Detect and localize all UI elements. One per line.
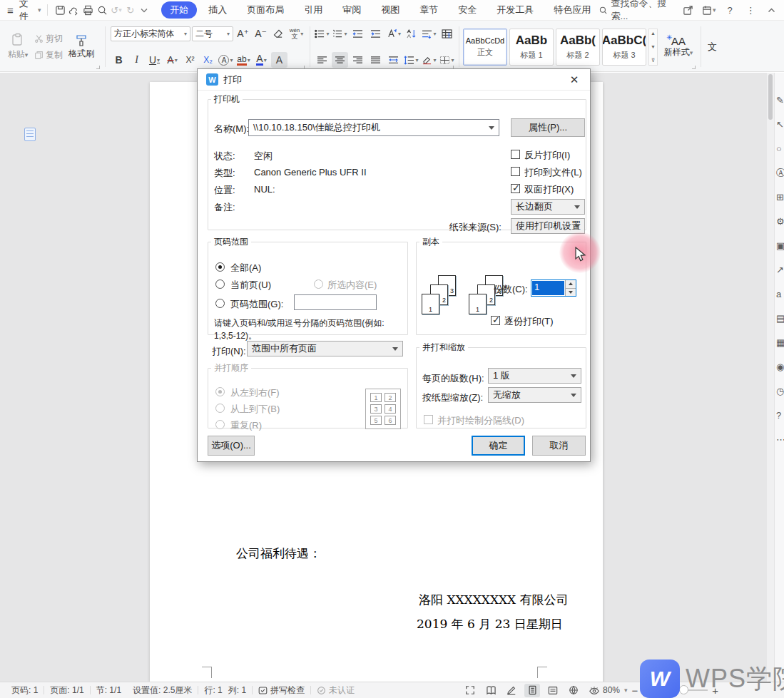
range-pages-radio[interactable] [215, 299, 225, 308]
options-button[interactable]: 选项(O)... [208, 436, 255, 456]
zoom-value[interactable]: 80% [603, 685, 620, 695]
collapse-ribbon-icon[interactable] [765, 3, 778, 17]
dialog-title-bar[interactable]: W 打印 ✕ [198, 69, 590, 91]
outline-view-icon[interactable] [545, 684, 561, 697]
export-icon[interactable]: ↗ [776, 265, 784, 274]
tab-page-layout[interactable]: 页面布局 [238, 1, 292, 19]
spellcheck-button[interactable]: 拼写检查 [253, 684, 310, 697]
pinyin-guide-button[interactable]: wén文▾ [288, 26, 305, 41]
bullet-list-button[interactable]: ▾ [314, 26, 330, 41]
more-commands-icon[interactable] [138, 3, 152, 17]
range-selection-radio[interactable] [314, 279, 323, 289]
paper-source-select[interactable]: 使用打印机设置 [511, 218, 585, 234]
close-icon[interactable]: ✕ [567, 73, 581, 86]
sort-button[interactable] [403, 26, 419, 41]
history-icon[interactable]: ◷ [776, 386, 784, 396]
range-current-radio[interactable] [215, 279, 225, 289]
copies-input[interactable]: 1 [531, 279, 576, 297]
tab-developer[interactable]: 开发工具 [488, 1, 542, 19]
bold-button[interactable]: B [111, 52, 127, 68]
dialog-launcher[interactable] [96, 66, 100, 69]
highlight-button[interactable]: ab▾ [235, 52, 252, 68]
font-size-select[interactable]: 二号▾ [192, 26, 233, 41]
shape-icon[interactable]: ○ [776, 144, 782, 153]
doc-company-line[interactable]: 洛阳 XXXXXXXX 有限公司 [419, 592, 569, 608]
order-repeat-radio[interactable] [215, 420, 225, 429]
reverse-print-checkbox[interactable] [511, 150, 520, 159]
zoom-chevron-icon[interactable]: ▾ [624, 687, 628, 694]
tab-review[interactable]: 审阅 [334, 1, 370, 19]
grow-font-button[interactable]: A⁺ [235, 26, 251, 41]
strikethrough-button[interactable]: A▾ [164, 52, 180, 68]
properties-button[interactable]: 属性(P)... [511, 118, 585, 137]
tab-insert[interactable]: 插入 [200, 1, 235, 19]
help-icon[interactable]: ? [776, 411, 781, 420]
pages-per-sheet-select[interactable]: 1 版 [488, 368, 581, 384]
print-layout-view-icon[interactable] [524, 684, 540, 697]
printer-name-select[interactable]: \\10.10.18.150\佳能总控打印机 [248, 119, 499, 136]
undo-icon[interactable]: ↺▾ [109, 3, 123, 17]
hamburger-icon[interactable]: ≡ [6, 4, 15, 16]
cut-button[interactable]: 剪切 [34, 33, 63, 45]
zoom-out-button[interactable]: − [632, 684, 638, 697]
export-icon[interactable] [67, 3, 81, 17]
char-shading-button[interactable]: A [271, 52, 287, 68]
shrink-font-button[interactable]: A⁻ [253, 26, 269, 41]
decrease-indent-button[interactable] [350, 26, 366, 41]
separator-line-checkbox[interactable] [424, 415, 433, 424]
print-icon[interactable] [81, 3, 96, 17]
tab-home[interactable]: 开始 [161, 1, 197, 19]
tab-references[interactable]: 引用 [295, 1, 331, 19]
stamp-icon[interactable]: ◉ [776, 362, 784, 371]
copy-button[interactable]: 复制 [34, 49, 63, 61]
italic-button[interactable]: I [128, 52, 145, 68]
help-icon[interactable]: ? [723, 3, 736, 17]
table-icon[interactable]: ⊞ [776, 193, 784, 202]
text-effects-button[interactable]: A▾ [218, 52, 234, 68]
cancel-button[interactable]: 取消 [532, 436, 586, 456]
settings-icon[interactable]: ⚙ [776, 217, 784, 226]
book-view-icon[interactable] [483, 684, 499, 697]
align-left-button[interactable] [314, 52, 330, 68]
tab-special-features[interactable]: 特色应用 [545, 1, 599, 19]
duplex-checkbox[interactable] [511, 184, 520, 193]
increase-indent-button[interactable] [367, 26, 384, 41]
shading-button[interactable]: ▾ [421, 52, 437, 68]
new-style-button[interactable]: ✳AA 新样式▾ [660, 36, 697, 58]
panel-icon[interactable]: ▤ [776, 314, 784, 323]
tab-security[interactable]: 安全 [449, 1, 485, 19]
page-range-input[interactable] [294, 294, 377, 310]
select-icon[interactable]: ↖ [776, 120, 784, 129]
tab-section[interactable]: 章节 [411, 1, 447, 19]
text-tool-button[interactable]: 文 [705, 24, 717, 70]
line-spacing-button[interactable]: ▾ [403, 52, 419, 68]
ok-button[interactable]: 确定 [472, 436, 525, 456]
scrollbar-thumb[interactable] [768, 74, 773, 120]
print-to-file-checkbox[interactable] [511, 167, 520, 176]
align-center-button[interactable] [332, 52, 348, 68]
collate-checkbox[interactable] [491, 316, 500, 325]
copies-stepper[interactable] [565, 280, 576, 296]
draw-icon[interactable]: ✎ [776, 96, 784, 105]
print-preview-icon[interactable] [96, 3, 110, 17]
justify-button[interactable] [367, 52, 384, 68]
range-all-radio[interactable] [215, 262, 225, 272]
style-heading1[interactable]: AaBb 标题 1 [509, 29, 554, 66]
paragraph-layout-button[interactable]: ▾ [421, 26, 437, 41]
font-color-button[interactable]: A▾ [253, 52, 270, 68]
share-icon[interactable] [681, 3, 695, 17]
numbered-list-button[interactable]: ▾ [332, 26, 348, 41]
tab-view[interactable]: 视图 [372, 1, 408, 19]
web-view-icon[interactable] [566, 684, 581, 697]
style-gallery-spinner[interactable]: ▲▼⊽ [648, 29, 658, 66]
paste-button[interactable]: 粘贴▾ [4, 24, 31, 70]
clear-format-button[interactable] [270, 26, 287, 41]
flip-edge-select[interactable]: 长边翻页 [511, 199, 585, 215]
notes-icon[interactable]: ▾ [702, 3, 716, 17]
eye-protection-icon[interactable] [586, 684, 602, 697]
insert-table-icon[interactable] [439, 26, 455, 41]
more-icon[interactable]: ⋯ [776, 435, 784, 444]
print-what-select[interactable]: 范围中所有页面 [247, 341, 403, 356]
char-scale-button[interactable]: ▾ [385, 26, 402, 41]
seal-icon[interactable]: Ⓐ [776, 168, 784, 178]
